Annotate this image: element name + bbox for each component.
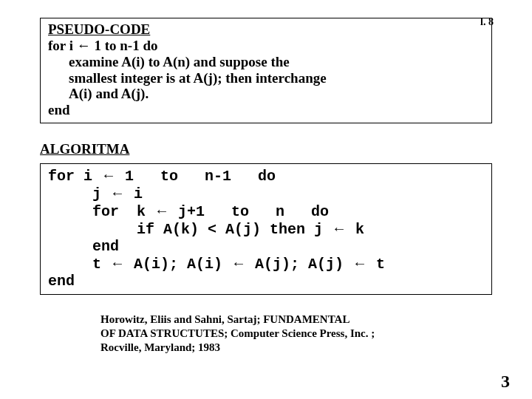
algoritma-title: ALGORITMA (40, 141, 492, 157)
citation: Horowitz, Eliis and Sahni, Sartaj; FUNDA… (100, 313, 448, 354)
text: k (347, 221, 364, 238)
algoritma-line-6: t ← A(i); A(i) ← A(j); A(j) ← t (48, 255, 484, 273)
page-header-mark: l. 8 (480, 16, 494, 28)
text: 1 to n-1 do (116, 168, 276, 185)
text: for k (48, 203, 154, 220)
text: A(j); A(j) (246, 256, 352, 273)
text: if A(k) < A(j) then j (48, 221, 332, 238)
pseudocode-line-1: for i ← 1 to n-1 do (48, 38, 484, 54)
citation-line-3: Rocville, Maryland; 1983 (100, 341, 448, 355)
algoritma-line-7: end (48, 273, 484, 290)
left-arrow-icon: ← (110, 185, 125, 201)
text: A(i); A(i) (125, 256, 231, 273)
pseudocode-title: PSEUDO-CODE (48, 21, 484, 38)
pseudocode-line-5: end (48, 102, 484, 118)
pseudocode-line-3: smallest integer is at A(j); then interc… (48, 70, 484, 86)
left-arrow-icon: ← (110, 255, 125, 271)
citation-line-1: Horowitz, Eliis and Sahni, Sartaj; FUNDA… (100, 313, 448, 327)
text: t (48, 256, 110, 273)
algoritma-line-4: if A(k) < A(j) then j ← k (48, 220, 484, 238)
pseudocode-line-4: A(i) and A(j). (48, 86, 484, 102)
text: for i (48, 38, 77, 53)
pseudocode-box: PSEUDO-CODE for i ← 1 to n-1 do examine … (40, 18, 492, 123)
left-arrow-icon: ← (352, 255, 367, 271)
page-number: 3 (501, 372, 510, 392)
pseudocode-line-2: examine A(i) to A(n) and suppose the (48, 54, 484, 70)
text: for i (48, 168, 101, 185)
text: 1 to n-1 do (91, 38, 158, 53)
left-arrow-icon: ← (231, 255, 246, 271)
citation-line-2: OF DATA STRUCTUTES; Computer Science Pre… (100, 327, 448, 341)
text: t (367, 256, 385, 273)
algoritma-line-3: for k ← j+1 to n do (48, 202, 484, 220)
text: j (48, 185, 110, 202)
left-arrow-icon: ← (101, 167, 116, 183)
text: j+1 to n do (169, 203, 329, 220)
left-arrow-icon: ← (77, 38, 91, 53)
left-arrow-icon: ← (154, 202, 169, 219)
algoritma-line-1: for i ← 1 to n-1 do (48, 167, 484, 185)
algoritma-line-5: end (48, 238, 484, 255)
left-arrow-icon: ← (332, 220, 347, 236)
algoritma-box: for i ← 1 to n-1 do j ← i for k ← j+1 to… (40, 163, 492, 295)
text: i (125, 185, 143, 202)
slide-content: PSEUDO-CODE for i ← 1 to n-1 do examine … (0, 0, 532, 354)
algoritma-line-2: j ← i (48, 185, 484, 202)
